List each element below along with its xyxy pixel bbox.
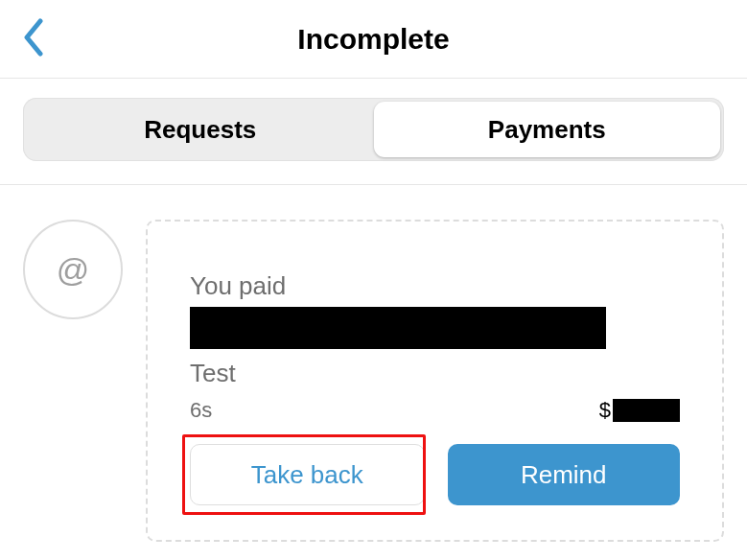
payment-card: You paid Test 6s $ Take back Remind <box>146 220 724 542</box>
at-icon: @ <box>57 251 90 289</box>
page-title: Incomplete <box>23 23 724 56</box>
tab-requests[interactable]: Requests <box>27 102 374 157</box>
back-button[interactable] <box>23 18 44 60</box>
segmented-control: Requests Payments <box>23 98 724 161</box>
amount: $ <box>599 398 680 423</box>
recipient-redacted <box>190 307 606 349</box>
meta-row: 6s $ <box>190 398 680 423</box>
timestamp: 6s <box>190 398 212 423</box>
action-row: Take back Remind <box>190 444 680 505</box>
tab-payments[interactable]: Payments <box>374 102 721 157</box>
content-area: @ You paid Test 6s $ Take back Remind <box>0 185 747 542</box>
currency-symbol: $ <box>599 398 611 423</box>
payment-note: Test <box>190 359 680 388</box>
segmented-wrapper: Requests Payments <box>0 79 747 185</box>
chevron-left-icon <box>23 18 44 57</box>
take-back-button[interactable]: Take back <box>190 444 425 505</box>
header: Incomplete <box>0 0 747 79</box>
paid-prefix: You paid <box>190 271 680 301</box>
amount-redacted <box>613 399 680 422</box>
remind-button[interactable]: Remind <box>448 444 681 505</box>
avatar: @ <box>23 220 123 319</box>
